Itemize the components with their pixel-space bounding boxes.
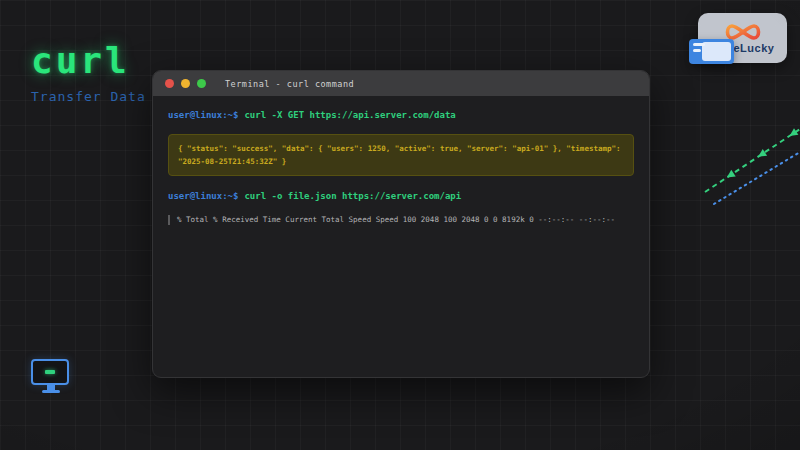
command-line-1: user@linux:~$curl -X GET https://api.ser…: [168, 109, 634, 121]
monitor-base: [42, 390, 60, 393]
close-button[interactable]: [165, 79, 174, 88]
shell-prompt: user@linux:~$: [168, 110, 238, 120]
terminal-titlebar[interactable]: Terminal - curl command: [153, 71, 649, 96]
minimize-button[interactable]: [181, 79, 190, 88]
terminal-window: Terminal - curl command user@linux:~$cur…: [152, 70, 650, 378]
json-response-output: { "status": "success", "data": { "users"…: [168, 134, 634, 176]
maximize-button[interactable]: [197, 79, 206, 88]
data-flow-lines-decoration: [688, 112, 800, 212]
page-background: curl Transfer Data from CodeLucky: [0, 0, 800, 450]
monitor-screen: [31, 359, 69, 385]
shell-prompt: user@linux:~$: [168, 191, 238, 201]
browser-icon-panel: [702, 42, 731, 61]
browser-icon-dash: [693, 49, 701, 52]
terminal-body[interactable]: user@linux:~$curl -X GET https://api.ser…: [153, 96, 649, 238]
browser-window-icon: [689, 39, 734, 64]
monitor-green-pixel: [45, 370, 55, 374]
terminal-title: Terminal - curl command: [225, 79, 354, 89]
monitor-icon: [31, 359, 71, 393]
curl-get-command: curl -X GET https://api.server.com/data: [244, 110, 455, 120]
curl-output-command: curl -o file.json https://server.com/api: [244, 191, 461, 201]
command-line-2: user@linux:~$curl -o file.json https://s…: [168, 190, 634, 202]
curl-progress-output: % Total % Received Time Current Total Sp…: [168, 215, 634, 225]
